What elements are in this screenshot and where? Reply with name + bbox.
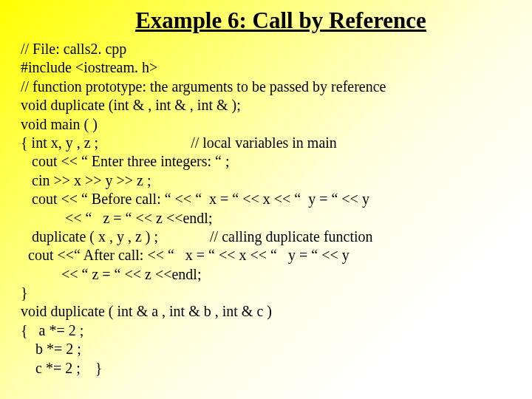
slide-title: Example 6: Call by Reference	[80, 7, 482, 34]
code-line: }	[21, 284, 511, 302]
code-line: { int x, y , z ; // local variables in m…	[21, 134, 511, 152]
code-line: cout << “ Before call: “ << “ x = “ << x…	[21, 190, 511, 208]
slide-content: Example 6: Call by Reference // File: ca…	[0, 0, 532, 378]
code-line: << “ z = “ << z <<endl;	[21, 209, 511, 228]
code-line: cin >> x >> y >> z ;	[21, 171, 511, 190]
code-line: void main ( )	[21, 115, 511, 134]
code-line: << “ z = “ << z <<endl;	[21, 265, 511, 284]
code-line: #include <iostream. h>	[21, 58, 511, 77]
code-block: // File: calls2. cpp#include <iostream. …	[21, 40, 511, 378]
code-line: { a *= 2 ;	[21, 321, 511, 340]
code-line: // File: calls2. cpp	[21, 40, 511, 58]
code-line: void duplicate (int & , int & , int & );	[21, 96, 511, 115]
code-line: cout << “ Enter three integers: “ ;	[21, 152, 511, 171]
code-line: cout <<“ After call: << “ x = “ << x << …	[21, 246, 511, 265]
code-line: c *= 2 ; }	[21, 359, 511, 378]
code-line: duplicate ( x , y , z ) ; // calling dup…	[21, 228, 511, 246]
code-line: void duplicate ( int & a , int & b , int…	[21, 302, 511, 321]
code-line: b *= 2 ;	[21, 340, 511, 358]
code-line: // function prototype: the arguments to …	[21, 78, 511, 96]
